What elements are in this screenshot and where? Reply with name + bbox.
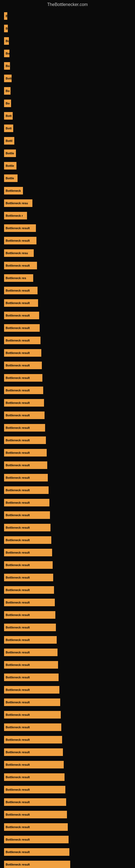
bar-row: Bottleneck result (4, 847, 131, 857)
bar-row: Bottleneck result (4, 223, 131, 233)
bar-row: Bottleneck result (4, 597, 131, 608)
bar-row: Bottleneck result (4, 310, 131, 321)
bar-row: Bottleneck result (4, 385, 131, 396)
bar-label: Bottleneck result (4, 586, 54, 594)
bar-row: Bottleneck result (4, 285, 131, 296)
bar-row: Bottleneck result (4, 722, 131, 733)
bar-row: Bottleneck result (4, 809, 131, 820)
bar-row: Bottleneck result (4, 660, 131, 670)
bar-row: Bottleneck result (4, 547, 131, 558)
bar-label: Bo (4, 37, 9, 45)
bar-label: Bottleneck result (4, 661, 58, 669)
bar-row: Bo (4, 86, 131, 96)
bar-row: Bottleneck result (4, 797, 131, 807)
bar-label: Bottleneck result (4, 362, 42, 369)
bar-label: Bottleneck result (4, 486, 49, 494)
bar-label: Bottleneck result (4, 848, 70, 856)
bar-row: Bottleneck result (4, 323, 131, 333)
bar-row: Bottleneck result (4, 610, 131, 620)
bar-row: Bottle (4, 161, 131, 171)
bar-label: Bottleneck result (4, 736, 62, 744)
bar-label: Bottleneck result (4, 798, 66, 806)
bar-label: Bott (4, 74, 12, 82)
bar-row: Bottl (4, 135, 131, 146)
bar-label: Bottleneck result (4, 511, 50, 519)
bar-label: Bottleneck result (4, 349, 41, 357)
bar-label: Bottleneck result (4, 499, 49, 506)
bar-row: Bottleneck resu (4, 248, 131, 258)
bar-row: Bo (4, 98, 131, 108)
bar-row: Bottleneck result (4, 635, 131, 645)
bar-row: Bottleneck result (4, 435, 131, 445)
bar-row: Bottleneck result (4, 460, 131, 470)
bar-row: B (4, 11, 131, 21)
bar-row: Bottleneck result (4, 622, 131, 632)
bar-label: Bottleneck result (4, 836, 69, 843)
bar-label: Bottleneck result (4, 861, 70, 868)
bar-label: Bottleneck result (4, 711, 61, 718)
bar-row: Bottleneck result (4, 672, 131, 682)
bar-label: Bottleneck result (4, 611, 55, 619)
bar-label: Bottleneck result (4, 549, 52, 556)
bar-label: Bott (4, 124, 13, 132)
bar-row: Bott (4, 123, 131, 133)
bar-label: Bottleneck result (4, 561, 53, 569)
bar-label: Bottleneck result (4, 599, 55, 606)
bar-label: Bottleneck result (4, 374, 42, 382)
bar-row: Bottleneck result (4, 697, 131, 707)
bars-container: BBBoBoBoBottBoBoBottBottBottlBottleBottl… (0, 8, 135, 868)
bar-row: Bottleneck result (4, 784, 131, 795)
bar-label: Bottleneck result (4, 449, 47, 457)
bar-label: Bottleneck result (4, 649, 57, 656)
bar-row: Bottleneck result (4, 298, 131, 308)
bar-label: Bott (4, 112, 13, 120)
bar-row: Bottleneck result (4, 373, 131, 383)
bar-row: Bo (4, 48, 131, 59)
bar-label: B (4, 12, 7, 20)
bar-row: Bottleneck result (4, 834, 131, 845)
bar-label: Bottleneck result (4, 811, 67, 818)
bar-row: Bottleneck result (4, 535, 131, 545)
bar-label: Bottleneck result (4, 699, 60, 706)
bar-row: Bottleneck result (4, 423, 131, 433)
bar-label: Bottleneck result (4, 574, 53, 581)
bar-label: Bottleneck (4, 187, 23, 194)
bar-label: Bo (4, 50, 9, 57)
bar-label: Bo (4, 99, 11, 107)
bar-row: Bottleneck resu (4, 198, 131, 208)
bar-row: Bott (4, 73, 131, 84)
bar-label: Bottleneck result (4, 524, 50, 531)
bar-row: Bottleneck result (4, 747, 131, 757)
bar-label: Bottleneck result (4, 312, 39, 319)
bar-label: Bottleneck result (4, 773, 64, 781)
bar-label: Bottleneck result (4, 386, 43, 394)
bar-row: Bott (4, 111, 131, 121)
bar-label: Bottleneck result (4, 748, 63, 756)
bar-label: Bottleneck res (4, 274, 33, 282)
bar-label: Bottl (4, 137, 14, 145)
bar-row: Bottleneck result (4, 485, 131, 495)
bar-label: Bottleneck result (4, 436, 46, 444)
bar-label: Bottleneck result (4, 262, 37, 269)
bar-row: Bo (4, 61, 131, 71)
bar-row: Bottleneck result (4, 585, 131, 595)
bar-label: Bottleneck result (4, 399, 44, 407)
bar-row: Bottleneck result (4, 348, 131, 358)
bar-label: Bottleneck resu (4, 249, 34, 257)
bar-label: Bottleneck result (4, 461, 47, 469)
bar-label: Bottleneck resu (4, 199, 32, 207)
bar-label: Bottleneck result (4, 299, 38, 307)
bar-label: Bottle (4, 175, 17, 182)
bar-row: Bottleneck result (4, 560, 131, 570)
bar-label: Bottleneck result (4, 786, 65, 794)
bar-row: Bottleneck result (4, 735, 131, 745)
bar-row: Bottleneck result (4, 472, 131, 483)
bar-label: Bottleneck result (4, 237, 37, 244)
bar-row: Bottleneck result (4, 522, 131, 533)
bar-row: Bottleneck result (4, 822, 131, 832)
bar-label: Bottleneck result (4, 723, 61, 731)
bar-label: Bottle (4, 162, 16, 169)
bar-label: Bottleneck result (4, 686, 59, 693)
bar-label: Bottleneck result (4, 424, 45, 432)
bar-label: Bottleneck result (4, 674, 58, 681)
